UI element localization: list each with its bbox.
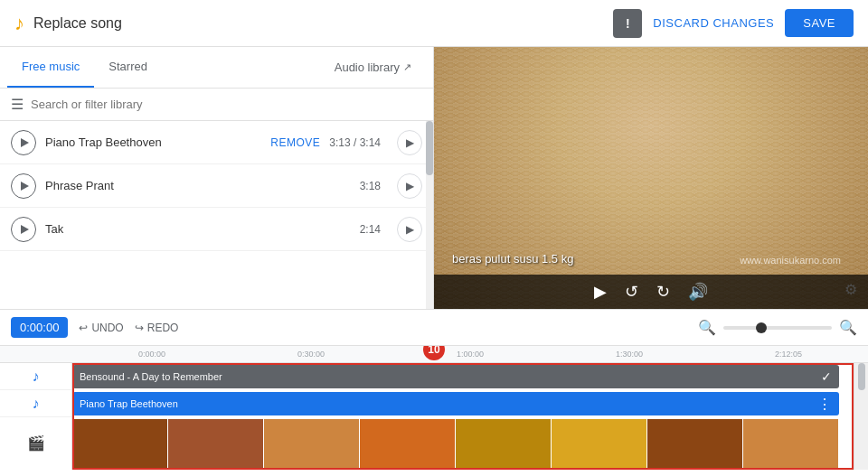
audio-track-name-2: Piano Trap Beethoven — [80, 398, 178, 409]
undo-button[interactable]: ↩ UNDO — [79, 322, 123, 334]
scroll-thumb — [426, 121, 433, 175]
ruler-mark-4: 2:12:05 — [709, 350, 868, 359]
tabs-bar: Free music Starred Audio library ↗ — [0, 47, 433, 89]
video-frame-8 — [743, 419, 839, 470]
main-content: Free music Starred Audio library ↗ ☰ Pia… — [0, 47, 868, 309]
ruler-mark-0: 0:00:00 — [72, 350, 231, 359]
discard-changes-button[interactable]: DISCARD CHANGES — [653, 16, 774, 30]
queue-button-2[interactable]: ▶ — [397, 173, 422, 199]
audio-track-row-1: Bensound - A Day to Remember ✓ — [72, 363, 854, 390]
audio-track-name-1: Bensound - A Day to Remember — [80, 371, 222, 382]
play-button-3[interactable] — [11, 217, 36, 242]
three-dots-menu[interactable]: ⋮ — [817, 396, 832, 413]
video-frame-2 — [168, 419, 264, 470]
timeline-scroll-thumb — [858, 363, 865, 390]
timeline-ruler: 0:00:00 0:30:00 1:00:00 1:30:00 2:12:05 … — [0, 346, 868, 363]
song-list: Piano Trap Beethoven REMOVE 3:13 / 3:14 … — [0, 121, 433, 309]
header-left: ♪ Replace song — [14, 12, 122, 35]
video-frame-7 — [647, 419, 743, 470]
filter-icon: ☰ — [11, 96, 24, 113]
video-frame-6 — [552, 419, 647, 470]
external-link-icon: ↗ — [403, 61, 411, 73]
tab-starred[interactable]: Starred — [94, 47, 162, 88]
song-name-2: Phrase Prant — [45, 179, 351, 192]
checkmark-icon: ✓ — [821, 369, 832, 384]
time-display: 0:00:00 — [11, 317, 68, 338]
video-strip — [72, 419, 839, 470]
audio-track-row-2: Piano Trap Beethoven ⋮ — [72, 390, 854, 417]
timeline-section: 0:00:00 ↩ UNDO ↪ REDO 🔍 🔍 0:00:00 0:30:0… — [0, 309, 868, 476]
ruler-mark-3: 1:30:00 — [550, 350, 709, 359]
video-frame-4 — [360, 419, 456, 470]
song-item-1: Piano Trap Beethoven REMOVE 3:13 / 3:14 … — [0, 121, 433, 164]
video-watermark: www.wanisukarno.com — [740, 255, 841, 266]
video-track-icon: 🎬 — [0, 417, 71, 468]
video-area: beras pulut susu 1.5 kg www.wanisukarno.… — [434, 47, 868, 309]
ruler-mark-2: 1:00:00 — [391, 350, 550, 359]
search-bar: ☰ — [0, 89, 433, 121]
queue-icon-2: ▶ — [406, 180, 414, 192]
zoom-thumb — [756, 322, 767, 333]
rice-texture — [434, 47, 868, 309]
zoom-out-icon[interactable]: 🔍 — [698, 319, 716, 336]
zoom-area: 🔍 🔍 — [698, 319, 857, 336]
audio-track-block-2[interactable]: Piano Trap Beethoven ⋮ — [72, 392, 839, 415]
remove-button-1[interactable]: REMOVE — [270, 136, 320, 149]
undo-icon: ↩ — [79, 322, 88, 334]
play-button-2[interactable] — [11, 173, 36, 199]
queue-button-1[interactable]: ▶ — [397, 130, 422, 155]
redo-icon: ↪ — [135, 322, 144, 334]
timeline-toolbar: 0:00:00 ↩ UNDO ↪ REDO 🔍 🔍 — [0, 310, 868, 346]
play-icon-1 — [21, 138, 29, 147]
play-button-1[interactable] — [11, 130, 36, 155]
search-input[interactable] — [31, 98, 422, 111]
play-icon-2 — [21, 182, 29, 191]
video-frame-3 — [264, 419, 360, 470]
play-pause-button[interactable]: ▶ — [594, 282, 607, 302]
music-logo-icon: ♪ — [14, 12, 24, 35]
zoom-in-icon[interactable]: 🔍 — [839, 319, 857, 336]
play-icon-3 — [21, 225, 29, 234]
video-overlay-text: beras pulut susu 1.5 kg — [452, 252, 573, 266]
tab-audio-library[interactable]: Audio library ↗ — [320, 48, 426, 87]
track-sidebar: ♪ ♪ 🎬 — [0, 363, 72, 470]
video-controls: ▶ ↺ ↻ 🔊 — [434, 275, 868, 309]
audio-track-block-1[interactable]: Bensound - A Day to Remember ✓ — [72, 365, 839, 388]
rewind-button[interactable]: ↺ — [625, 282, 638, 302]
track-content: Bensound - A Day to Remember ✓ Piano Tra… — [72, 363, 854, 470]
scrollbar[interactable] — [426, 121, 433, 309]
queue-icon-3: ▶ — [406, 223, 414, 236]
queue-icon-1: ▶ — [406, 136, 414, 149]
right-panel: beras pulut susu 1.5 kg www.wanisukarno.… — [434, 47, 868, 309]
tab-free-music[interactable]: Free music — [7, 47, 94, 88]
song-name-1: Piano Trap Beethoven — [45, 135, 261, 149]
ruler-marks: 0:00:00 0:30:00 1:00:00 1:30:00 2:12:05 — [72, 348, 868, 360]
video-frame: beras pulut susu 1.5 kg www.wanisukarno.… — [434, 47, 868, 309]
song-item-2: Phrase Prant 3:18 ▶ — [0, 164, 433, 208]
page-title: Replace song — [33, 15, 122, 32]
song-item-3: Tak 2:14 ▶ — [0, 208, 433, 251]
save-button[interactable]: SAVE — [785, 9, 854, 37]
volume-button[interactable]: 🔊 — [688, 282, 708, 302]
video-frame-1 — [72, 419, 168, 470]
video-frame-5 — [456, 419, 552, 470]
left-panel: Free music Starred Audio library ↗ ☰ Pia… — [0, 47, 434, 309]
timeline-scrollbar[interactable] — [854, 363, 868, 470]
music-track-icon-2: ♪ — [0, 390, 71, 417]
forward-button[interactable]: ↻ — [656, 282, 670, 302]
song-duration-2: 3:18 — [360, 180, 381, 192]
header-right: ! DISCARD CHANGES SAVE — [613, 9, 854, 38]
song-name-3: Tak — [45, 222, 351, 236]
notification-icon[interactable]: ! — [613, 9, 642, 38]
header: ♪ Replace song ! DISCARD CHANGES SAVE — [0, 0, 868, 47]
ruler-mark-1: 0:30:00 — [231, 350, 391, 359]
queue-button-3[interactable]: ▶ — [397, 217, 422, 242]
song-duration-3: 2:14 — [360, 223, 381, 236]
redo-button[interactable]: ↪ REDO — [135, 322, 179, 334]
zoom-slider[interactable] — [723, 326, 832, 330]
song-duration-1: 3:13 / 3:14 — [329, 136, 381, 149]
track-area: ♪ ♪ 🎬 Bensound - A Day to Remember ✓ Pia… — [0, 363, 868, 470]
music-track-icon: ♪ — [0, 363, 71, 390]
